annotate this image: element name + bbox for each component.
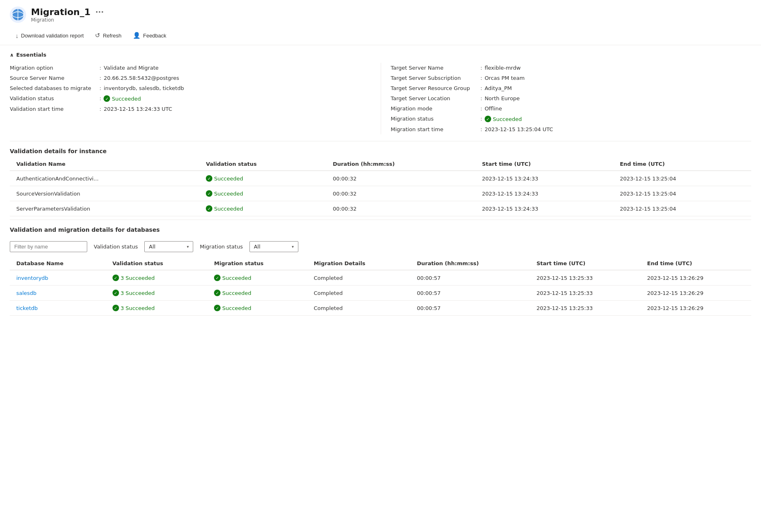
duration-cell: 00:00:57 — [410, 301, 530, 316]
db-name-cell[interactable]: inventorydb — [10, 270, 106, 286]
table-header: End time (UTC) — [613, 158, 751, 171]
ellipsis-menu[interactable]: ··· — [94, 7, 106, 17]
migration-details-header: Validation and migration details for dat… — [0, 220, 761, 236]
duration-cell: 00:00:32 — [326, 186, 475, 201]
essentials-value: Succeeded — [104, 95, 141, 102]
essentials-value: 2023-12-15 13:25:04 UTC — [485, 126, 553, 132]
essentials-toggle[interactable]: ∧ — [10, 52, 14, 58]
essentials-label: Validation start time — [10, 106, 99, 112]
feedback-button[interactable]: 👤 Feedback — [127, 29, 172, 42]
validation-select-value: All — [149, 244, 155, 250]
essentials-value: flexible-mrdw — [485, 65, 521, 71]
essentials-value: Offline — [485, 106, 502, 112]
migration-details-table-wrapper: Database NameValidation statusMigration … — [0, 257, 761, 316]
filter-input[interactable] — [10, 241, 87, 252]
table-header: Database Name — [10, 257, 106, 270]
db-name-cell[interactable]: salesdb — [10, 286, 106, 301]
validation-instance-table: Validation NameValidation statusDuration… — [10, 158, 751, 216]
end-time-cell: 2023-12-15 13:26:29 — [641, 270, 751, 286]
success-icon — [112, 290, 119, 296]
validation-status-cell: Succeeded — [199, 171, 326, 186]
table-row: inventorydb 3 Succeeded SucceededComplet… — [10, 270, 751, 286]
essentials-value: North Europe — [485, 95, 520, 101]
refresh-button[interactable]: ↺ Refresh — [89, 29, 127, 42]
essentials-value: Orcas PM team — [485, 75, 525, 81]
table-header: Duration (hh:mm:ss) — [410, 257, 530, 270]
table-row: ticketdb 3 Succeeded SucceededCompleted0… — [10, 301, 751, 316]
table-header: Validation Name — [10, 158, 199, 171]
essentials-left-col: Migration option: Validate and MigrateSo… — [10, 63, 381, 134]
duration-cell: 00:00:57 — [410, 286, 530, 301]
success-icon — [206, 175, 212, 182]
success-icon — [214, 305, 221, 311]
filter-row: Validation status All ▾ Migration status… — [0, 236, 761, 257]
essentials-label: Target Server Resource Group — [391, 85, 481, 91]
start-time-cell: 2023-12-15 13:25:33 — [530, 286, 640, 301]
table-header: End time (UTC) — [641, 257, 751, 270]
success-icon — [104, 95, 110, 102]
migration-filter-label: Migration status — [200, 244, 243, 250]
toolbar: ↓ Download validation report ↺ Refresh 👤… — [0, 26, 761, 45]
download-label: Download validation report — [21, 33, 84, 39]
essentials-row: Migration status: Succeeded — [391, 114, 752, 124]
validation-name-cell: ServerParametersValidation — [10, 201, 199, 216]
page-subtitle: Migration — [31, 17, 106, 23]
essentials-label: Migration start time — [391, 126, 481, 132]
essentials-row: Target Server Location: North Europe — [391, 93, 752, 103]
start-time-cell: 2023-12-15 13:25:33 — [530, 301, 640, 316]
duration-cell: 00:00:57 — [410, 270, 530, 286]
db-link[interactable]: salesdb — [16, 290, 37, 296]
success-icon — [206, 190, 212, 197]
page-header: Migration_1 ··· Migration — [0, 0, 761, 26]
essentials-row: Target Server Resource Group: Aditya_PM — [391, 83, 752, 93]
validation-instance-table-wrapper: Validation NameValidation statusDuration… — [0, 158, 761, 216]
validation-status-cell: Succeeded — [199, 186, 326, 201]
essentials-row: Target Server Subscription: Orcas PM tea… — [391, 73, 752, 83]
essentials-section: ∧ Essentials Migration option: Validate … — [0, 45, 761, 141]
essentials-row: Selected databases to migrate: inventory… — [10, 83, 381, 93]
success-icon — [206, 205, 212, 212]
migration-status-cell: Succeeded — [207, 286, 307, 301]
table-header: Validation status — [199, 158, 326, 171]
essentials-label: Selected databases to migrate — [10, 85, 99, 91]
migration-details-cell: Completed — [307, 270, 410, 286]
download-button[interactable]: ↓ Download validation report — [10, 30, 89, 42]
essentials-title: ∧ Essentials — [10, 52, 751, 58]
end-time-cell: 2023-12-15 13:25:04 — [613, 186, 751, 201]
refresh-label: Refresh — [103, 33, 121, 39]
validation-filter-label: Validation status — [94, 244, 138, 250]
db-link[interactable]: ticketdb — [16, 305, 38, 311]
essentials-label: Migration mode — [391, 106, 481, 112]
start-time-cell: 2023-12-15 13:24:33 — [475, 171, 613, 186]
db-link[interactable]: inventorydb — [16, 275, 48, 281]
db-name-cell[interactable]: ticketdb — [10, 301, 106, 316]
table-header: Migration Details — [307, 257, 410, 270]
essentials-label: Validation status — [10, 95, 99, 101]
essentials-value: Aditya_PM — [485, 85, 512, 91]
validation-instance-header: Validation details for instance — [0, 141, 761, 158]
migration-icon — [10, 7, 26, 23]
essentials-row: Target Server Name: flexible-mrdw — [391, 63, 752, 73]
table-header: Start time (UTC) — [530, 257, 640, 270]
migration-details-cell: Completed — [307, 301, 410, 316]
end-time-cell: 2023-12-15 13:25:04 — [613, 201, 751, 216]
essentials-value: 20.66.25.58:5432@postgres — [104, 75, 179, 81]
page-title: Migration_1 ··· — [31, 7, 106, 17]
success-icon — [112, 305, 119, 311]
table-row: AuthenticationAndConnectivi... Succeeded… — [10, 171, 751, 186]
chevron-down-icon: ▾ — [187, 244, 189, 249]
essentials-label: Migration option — [10, 65, 99, 71]
migration-status-select[interactable]: All ▾ — [249, 241, 298, 252]
title-text: Migration_1 — [31, 7, 90, 17]
essentials-row: Migration mode: Offline — [391, 103, 752, 114]
validation-name-cell: AuthenticationAndConnectivi... — [10, 171, 199, 186]
validation-status-cell: Succeeded — [199, 201, 326, 216]
validation-status-select[interactable]: All ▾ — [144, 241, 193, 252]
essentials-value: Validate and Migrate — [104, 65, 159, 71]
status-badge: Succeeded — [485, 116, 522, 122]
table-header: Validation status — [106, 257, 208, 270]
table-row: SourceVersionValidation Succeeded00:00:3… — [10, 186, 751, 201]
table-row: ServerParametersValidation Succeeded00:0… — [10, 201, 751, 216]
essentials-right-col: Target Server Name: flexible-mrdwTarget … — [381, 63, 752, 134]
download-icon: ↓ — [15, 32, 19, 39]
